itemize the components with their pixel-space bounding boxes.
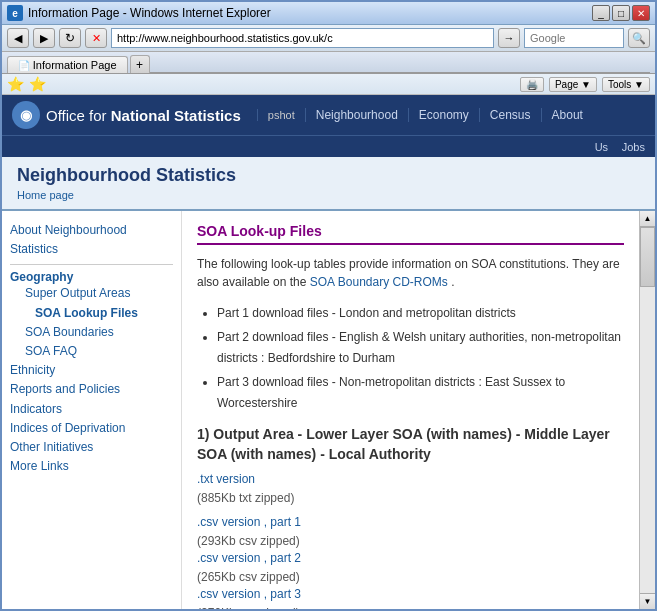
csv-download-info-3: (276Kb csv zipped) <box>197 606 300 609</box>
ons-snapshot-label: pshot <box>257 109 305 121</box>
sidebar-super-output-areas[interactable]: Super Output Areas <box>10 284 173 303</box>
soa-boundary-link[interactable]: SOA Boundary CD-ROMs <box>310 275 448 289</box>
page-button[interactable]: Page ▼ <box>549 77 597 92</box>
csv-download-link-3[interactable]: .csv version , part 3 <box>197 587 624 601</box>
sidebar-divider-1 <box>10 264 173 265</box>
breadcrumb-home[interactable]: Home page <box>17 189 74 201</box>
close-button[interactable]: ✕ <box>632 5 650 21</box>
nav-bar: ◀ ▶ ↻ ✕ → 🔍 <box>2 25 655 52</box>
sidebar-indices[interactable]: Indices of Deprivation <box>10 419 173 438</box>
csv-download-row-1: .csv version , part 1 (293Kb csv zipped) <box>197 515 624 548</box>
bullet-item-2: Part 2 download files - English & Welsh … <box>217 327 624 368</box>
csv-download-info-2: (265Kb csv zipped) <box>197 570 300 584</box>
stop-button[interactable]: ✕ <box>85 28 107 48</box>
window-title: Information Page - Windows Internet Expl… <box>28 6 587 20</box>
csv-download-row-2: .csv version , part 2 (265Kb csv zipped) <box>197 551 624 584</box>
go-button[interactable]: → <box>498 28 520 48</box>
favorites-icon: ⭐ <box>7 76 24 92</box>
window-controls[interactable]: _ □ ✕ <box>592 5 650 21</box>
new-tab-button[interactable]: + <box>130 55 150 73</box>
csv-download-link-2[interactable]: .csv version , part 2 <box>197 551 624 565</box>
txt-download-group: .txt version (885Kb txt zipped) <box>197 472 624 505</box>
ons-header: ◉ Office for National Statistics pshot N… <box>2 95 655 135</box>
app-icon: e <box>7 5 23 21</box>
back-button[interactable]: ◀ <box>7 28 29 48</box>
restore-button[interactable]: □ <box>612 5 630 21</box>
tab-bar: 📄 Information Page + <box>2 52 655 74</box>
title-bar: e Information Page - Windows Internet Ex… <box>2 2 655 25</box>
ons-title: Office for National Statistics <box>46 107 241 124</box>
scroll-down-button[interactable]: ▼ <box>640 593 655 609</box>
sidebar-indicators[interactable]: Indicators <box>10 400 173 419</box>
subnav-us[interactable]: Us <box>595 141 608 153</box>
ons-logo-icon: ◉ <box>12 101 40 129</box>
ons-nav-economy[interactable]: Economy <box>408 108 479 122</box>
section-title: SOA Look-up Files <box>197 223 322 239</box>
ons-nav-neighbourhood[interactable]: Neighbourhood <box>305 108 408 122</box>
search-input[interactable] <box>524 28 624 48</box>
ons-logo: ◉ Office for National Statistics <box>12 101 241 129</box>
csv-download-row-3: .csv version , part 3 (276Kb csv zipped) <box>197 587 624 609</box>
toolbar: ⭐ ⭐ 🖨️ Page ▼ Tools ▼ <box>2 74 655 95</box>
csv-download-info-1: (293Kb csv zipped) <box>197 534 300 548</box>
tab-favicon: 📄 <box>18 60 33 71</box>
scroll-up-button[interactable]: ▲ <box>640 211 655 227</box>
sidebar-soa-boundaries[interactable]: SOA Boundaries <box>10 323 173 342</box>
forward-button[interactable]: ▶ <box>33 28 55 48</box>
tools-button[interactable]: Tools ▼ <box>602 77 650 92</box>
sidebar-more[interactable]: More Links <box>10 457 173 476</box>
content-intro: The following look-up tables provide inf… <box>197 255 624 291</box>
sidebar-geography[interactable]: Geography <box>10 270 173 284</box>
output-area-heading: 1) Output Area - Lower Layer SOA (with n… <box>197 425 624 464</box>
sidebar-ethnicity[interactable]: Ethnicity <box>10 361 173 380</box>
breadcrumb: Home page <box>17 189 640 201</box>
csv-download-group: .csv version , part 1 (293Kb csv zipped)… <box>197 515 624 609</box>
sidebar-soa-lookup[interactable]: SOA Lookup Files <box>10 304 173 323</box>
print-button[interactable]: 🖨️ <box>520 77 544 92</box>
bullet-list: Part 1 download files - London and metro… <box>217 303 624 413</box>
ons-subnav: Us Jobs <box>2 135 655 157</box>
ons-nav: pshot Neighbourhood Economy Census About <box>257 108 645 122</box>
scrollbar[interactable]: ▲ ▼ <box>639 211 655 609</box>
page-title: Neighbourhood Statistics <box>17 165 640 186</box>
ons-nav-census[interactable]: Census <box>479 108 541 122</box>
csv-download-link-1[interactable]: .csv version , part 1 <box>197 515 624 529</box>
sidebar: About Neighbourhood Statistics Geography… <box>2 211 182 609</box>
scroll-track[interactable] <box>640 227 655 593</box>
ons-nav-about[interactable]: About <box>541 108 593 122</box>
txt-download-row: .txt version (885Kb txt zipped) <box>197 472 624 505</box>
txt-download-link[interactable]: .txt version <box>197 472 624 486</box>
sidebar-about[interactable]: About Neighbourhood Statistics <box>10 221 173 259</box>
sidebar-other[interactable]: Other Initiatives <box>10 438 173 457</box>
content-area: SOA Look-up Files The following look-up … <box>182 211 639 609</box>
tab-label: Information Page <box>33 59 117 71</box>
bullet-item-1: Part 1 download files - London and metro… <box>217 303 624 323</box>
page-title-bar: Neighbourhood Statistics Home page <box>2 157 655 211</box>
txt-download-info: (885Kb txt zipped) <box>197 491 294 505</box>
address-input[interactable] <box>111 28 494 48</box>
bullet-item-3: Part 3 download files - Non-metropolitan… <box>217 372 624 413</box>
search-button[interactable]: 🔍 <box>628 28 650 48</box>
active-tab[interactable]: 📄 Information Page <box>7 56 128 73</box>
minimize-button[interactable]: _ <box>592 5 610 21</box>
scroll-thumb[interactable] <box>640 227 655 287</box>
refresh-button[interactable]: ↻ <box>59 28 81 48</box>
add-favorites-icon: ⭐ <box>29 76 46 92</box>
sidebar-soa-faq[interactable]: SOA FAQ <box>10 342 173 361</box>
sidebar-reports[interactable]: Reports and Policies <box>10 380 173 399</box>
subnav-jobs[interactable]: Jobs <box>622 141 645 153</box>
